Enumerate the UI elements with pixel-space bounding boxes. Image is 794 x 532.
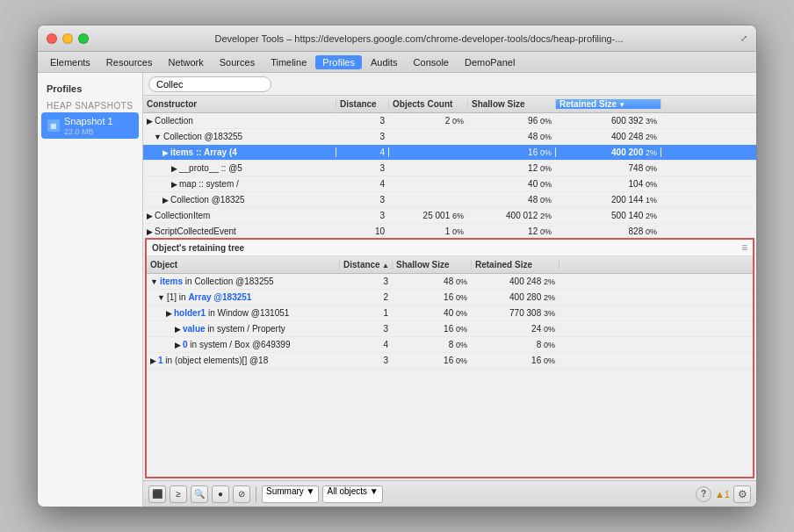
- help-button[interactable]: ?: [696, 486, 711, 502]
- th-shallow-size[interactable]: Shallow Size: [468, 99, 556, 109]
- snapshot-label: Snapshot 1: [64, 115, 113, 127]
- summary-select[interactable]: Summary ▼: [262, 485, 319, 503]
- table-row[interactable]: ▶map :: system / 4 40 0% 104 0%: [143, 176, 756, 192]
- td-distance: 3: [340, 356, 393, 365]
- td-shallow: 12 0%: [468, 226, 556, 236]
- td-shallow: 16 0%: [393, 356, 472, 365]
- resize-icon: ⤢: [740, 33, 747, 43]
- table-row-selected[interactable]: ▶items :: Array (4 4 16 0% 400 200 2%: [143, 145, 756, 161]
- td-shallow: 12 0%: [468, 163, 556, 173]
- td-distance: 3: [336, 211, 389, 220]
- td-distance: 3: [336, 163, 389, 173]
- td-retained: 748 0%: [556, 163, 661, 173]
- no-filter-button[interactable]: ⊘: [233, 485, 250, 503]
- td-retained: 400 248 2%: [556, 132, 661, 141]
- rth-shallow[interactable]: Shallow Size: [393, 260, 472, 270]
- td-shallow: 40 0%: [468, 179, 556, 189]
- table-row[interactable]: ▶ScriptCollectedEvent 10 1 0% 12 0% 828 …: [143, 224, 756, 236]
- menu-sources[interactable]: Sources: [213, 55, 262, 69]
- search-input[interactable]: [148, 76, 271, 92]
- td-distance: 3: [336, 195, 389, 205]
- td-object: ▼items in Collection @183255: [147, 277, 340, 286]
- td-object: ▼[1] in Array @183251: [147, 292, 340, 302]
- menu-timeline[interactable]: Timeline: [263, 55, 314, 69]
- td-constructor: ▶ScriptCollectedEvent: [143, 226, 336, 236]
- menu-resources[interactable]: Resources: [99, 55, 160, 69]
- td-retained: 600 392 3%: [556, 116, 661, 126]
- record-button[interactable]: ●: [212, 485, 229, 503]
- rth-retained[interactable]: Retained Size: [472, 260, 559, 270]
- menu-demopanel[interactable]: DemoPanel: [458, 55, 522, 69]
- rth-object[interactable]: Object: [147, 260, 340, 270]
- traffic-lights: [47, 33, 89, 44]
- td-constructor: ▶Collection @18325: [143, 195, 336, 205]
- retaining-tree-section: Object's retaining tree ≡ Object Distanc…: [145, 238, 754, 478]
- td-shallow: 16 0%: [468, 147, 556, 157]
- td-constructor: ▶items :: Array (4: [143, 147, 336, 157]
- th-objects-count[interactable]: Objects Count: [389, 99, 468, 109]
- snapshot-info: Snapshot 1 22.0 MB: [64, 115, 113, 136]
- td-retained: 828 0%: [556, 226, 661, 236]
- snapshot-icon: ▦: [47, 119, 61, 133]
- titlebar: Developer Tools – https://developers.goo…: [38, 25, 756, 52]
- table-row[interactable]: ▼items in Collection @183255 3 48 0% 400…: [147, 274, 753, 290]
- table-row[interactable]: ▼Collection @183255 3 48 0% 400 248 2%: [143, 129, 756, 145]
- start-recording-button[interactable]: ≥: [170, 485, 187, 503]
- td-shallow: 48 0%: [468, 132, 556, 141]
- upper-table-body: ▶Collection 3 2 0% 96 0% 600 392 3% ▼Col…: [143, 113, 756, 236]
- td-retained: 104 0%: [556, 179, 661, 189]
- window-title: Developer Tools – https://developers.goo…: [97, 33, 740, 44]
- td-constructor: ▼Collection @183255: [143, 132, 336, 141]
- td-shallow: 48 0%: [393, 277, 472, 286]
- warning-badge: ▲1: [715, 489, 730, 500]
- td-object: ▶1 in (object elements)[] @18: [147, 356, 340, 365]
- th-distance[interactable]: Distance: [336, 99, 389, 109]
- td-object: ▶value in system / Property: [147, 324, 340, 334]
- table-row[interactable]: ▶CollectionItem 3 25 001 6% 400 012 2% 5…: [143, 208, 756, 224]
- menu-audits[interactable]: Audits: [364, 55, 405, 69]
- take-snapshot-button[interactable]: ⬛: [148, 485, 166, 503]
- upper-table: Constructor Distance Objects Count Shall…: [143, 96, 756, 236]
- menu-elements[interactable]: Elements: [43, 55, 97, 69]
- table-row[interactable]: ▶holder1 in Window @131051 1 40 0% 770 3…: [147, 306, 753, 321]
- sidebar-item-snapshot1[interactable]: ▦ Snapshot 1 22.0 MB: [41, 112, 139, 139]
- table-row[interactable]: ▶1 in (object elements)[] @18 3 16 0% 16…: [147, 353, 753, 369]
- td-retained: 16 0%: [472, 356, 559, 365]
- td-distance: 4: [336, 147, 389, 157]
- summary-label: Summary: [266, 486, 304, 496]
- maximize-button[interactable]: [78, 33, 89, 44]
- settings-button[interactable]: ⚙: [733, 485, 751, 503]
- rth-distance[interactable]: Distance: [340, 260, 393, 270]
- td-shallow: 16 0%: [393, 292, 472, 302]
- sidebar-title: Profiles: [41, 80, 139, 97]
- td-shallow: 48 0%: [468, 195, 556, 205]
- minimize-button[interactable]: [62, 33, 73, 44]
- td-distance: 1: [340, 308, 393, 318]
- search-button[interactable]: 🔍: [191, 485, 208, 503]
- table-row[interactable]: ▶Collection 3 2 0% 96 0% 600 392 3%: [143, 113, 756, 129]
- td-constructor: ▶__proto__ :: @5: [143, 163, 336, 173]
- th-retained-size[interactable]: Retained Size: [556, 99, 661, 109]
- th-constructor[interactable]: Constructor: [143, 99, 336, 109]
- table-row[interactable]: ▶Collection @18325 3 48 0% 200 144 1%: [143, 192, 756, 208]
- table-row[interactable]: ▶value in system / Property 3 16 0% 24 0…: [147, 321, 753, 337]
- td-retained: 24 0%: [472, 324, 559, 334]
- td-retained: 400 280 2%: [472, 292, 559, 302]
- table-row[interactable]: ▶0 in system / Box @649399 4 8 0% 8 0%: [147, 337, 753, 353]
- td-distance: 2: [340, 292, 393, 302]
- table-row[interactable]: ▼[1] in Array @183251 2 16 0% 400 280 2%: [147, 290, 753, 306]
- table-row[interactable]: ▶__proto__ :: @5 3 12 0% 748 0%: [143, 161, 756, 176]
- close-button[interactable]: [47, 33, 57, 44]
- td-retained: 400 248 2%: [472, 277, 559, 286]
- td-shallow: 40 0%: [393, 308, 472, 318]
- menu-console[interactable]: Console: [407, 55, 456, 69]
- retaining-tree-menu-icon: ≡: [741, 241, 747, 254]
- td-retained: 8 0%: [472, 340, 559, 349]
- all-objects-select[interactable]: All objects ▼: [322, 485, 382, 503]
- menu-network[interactable]: Network: [161, 55, 210, 69]
- bottom-toolbar: ⬛ ≥ 🔍 ● ⊘ Summary ▼ All objects ▼ ? ▲1 ⚙: [143, 480, 756, 507]
- menu-profiles[interactable]: Profiles: [315, 55, 362, 69]
- devtools-window: Developer Tools – https://developers.goo…: [37, 25, 757, 507]
- td-distance: 3: [336, 132, 389, 141]
- td-shallow: 96 0%: [468, 116, 556, 126]
